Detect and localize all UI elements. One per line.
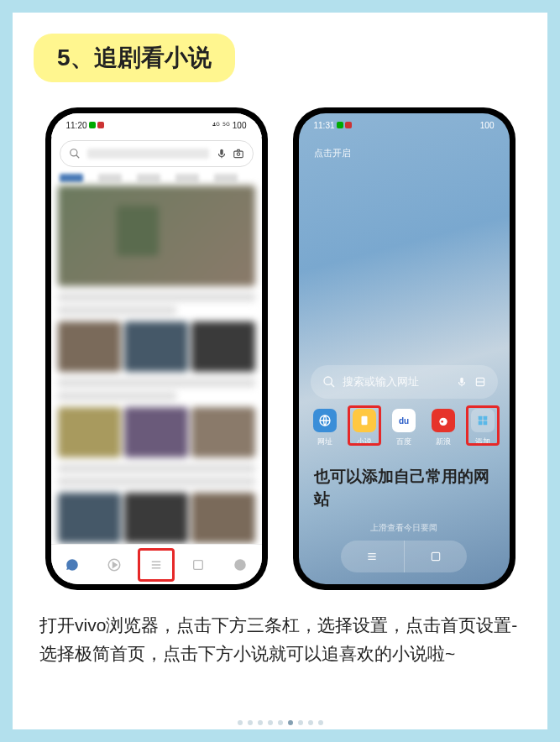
svg-point-11 bbox=[235, 559, 247, 571]
baidu-icon: du bbox=[392, 409, 416, 432]
hint-text[interactable]: 点击开启 bbox=[299, 137, 510, 170]
tab-item[interactable] bbox=[137, 174, 160, 182]
svg-rect-24 bbox=[484, 421, 488, 426]
mic-icon[interactable] bbox=[216, 148, 228, 159]
icon-label: 网址 bbox=[317, 436, 332, 447]
svg-line-13 bbox=[331, 384, 334, 387]
quick-link-add[interactable]: 添加 bbox=[464, 409, 501, 447]
quick-link-baidu[interactable]: du 百度 bbox=[385, 409, 422, 447]
svg-rect-14 bbox=[460, 378, 463, 384]
category-tabs[interactable] bbox=[51, 170, 262, 186]
page-indicator bbox=[238, 720, 323, 725]
quick-link-novel[interactable]: 小说 bbox=[346, 409, 383, 447]
quick-link-sina[interactable]: 新浪 bbox=[425, 409, 462, 447]
search-bar[interactable]: 搜索或输入网址 bbox=[311, 365, 498, 399]
nav-profile-icon[interactable] bbox=[228, 553, 252, 577]
pill-menu-icon[interactable] bbox=[341, 541, 405, 572]
svg-rect-10 bbox=[194, 560, 203, 569]
status-time: 11:31 bbox=[314, 121, 335, 130]
status-bar: 11:31 100 bbox=[299, 113, 510, 137]
svg-rect-18 bbox=[362, 416, 368, 426]
search-input[interactable] bbox=[87, 149, 209, 159]
icon-label: 小说 bbox=[357, 436, 372, 447]
status-battery: 100 bbox=[480, 121, 495, 130]
news-feed[interactable] bbox=[51, 186, 262, 550]
svg-point-0 bbox=[70, 149, 76, 156]
pill-tabs-icon[interactable] bbox=[405, 541, 468, 572]
status-bar: 11:20 ⁴ᴳ ⁵ᴳ 100 bbox=[51, 113, 262, 137]
svg-rect-21 bbox=[479, 416, 483, 421]
phone-right-screen: 11:31 100 点击开启 搜索或输入网址 bbox=[299, 113, 510, 584]
status-indicator-icon bbox=[345, 122, 352, 128]
search-bar[interactable] bbox=[60, 140, 254, 167]
camera-icon[interactable] bbox=[233, 148, 244, 159]
section-title: 5、追剧看小说 bbox=[34, 34, 235, 82]
tab-item[interactable] bbox=[60, 174, 83, 182]
url-icon bbox=[313, 409, 337, 432]
phone-left: 11:20 ⁴ᴳ ⁵ᴳ 100 bbox=[45, 107, 268, 590]
nav-tabs-icon[interactable] bbox=[186, 553, 210, 577]
bottom-nav bbox=[51, 544, 262, 584]
bottom-pill bbox=[341, 541, 467, 572]
mic-icon[interactable] bbox=[456, 376, 468, 388]
svg-rect-23 bbox=[479, 421, 483, 426]
sina-icon bbox=[432, 409, 455, 432]
svg-point-20 bbox=[441, 421, 443, 423]
svg-marker-6 bbox=[113, 562, 117, 567]
svg-point-4 bbox=[237, 153, 240, 156]
status-indicator-icon bbox=[89, 122, 96, 128]
svg-line-1 bbox=[76, 155, 79, 159]
quick-links-row: 网址 小说 du 百度 bbox=[299, 409, 510, 447]
search-placeholder: 搜索或输入网址 bbox=[343, 374, 449, 389]
svg-point-12 bbox=[324, 377, 332, 384]
search-icon bbox=[69, 148, 81, 159]
svg-rect-28 bbox=[432, 552, 439, 560]
phone-left-screen: 11:20 ⁴ᴳ ⁵ᴳ 100 bbox=[51, 113, 262, 584]
status-indicator-icon bbox=[337, 122, 343, 128]
nav-video-icon[interactable] bbox=[102, 553, 126, 577]
svg-rect-2 bbox=[220, 149, 223, 155]
phones-container: 11:20 ⁴ᴳ ⁵ᴳ 100 bbox=[29, 107, 531, 590]
icon-label: 添加 bbox=[475, 436, 490, 447]
svg-rect-22 bbox=[484, 416, 488, 421]
tab-item[interactable] bbox=[214, 174, 238, 182]
swipe-hint: 上滑查看今日要闻 bbox=[299, 522, 510, 534]
phone-right: 11:31 100 点击开启 搜索或输入网址 bbox=[293, 107, 516, 590]
novel-icon bbox=[353, 409, 376, 432]
quick-link-url[interactable]: 网址 bbox=[306, 409, 343, 447]
icon-label: 百度 bbox=[396, 436, 411, 447]
status-time: 11:20 bbox=[66, 121, 87, 130]
icon-label: 新浪 bbox=[436, 436, 451, 447]
annotation-text: 也可以添加自己常用的网站 bbox=[314, 466, 495, 510]
nav-home-icon[interactable] bbox=[60, 553, 84, 577]
svg-rect-3 bbox=[233, 151, 243, 158]
search-icon bbox=[322, 375, 336, 389]
scan-icon[interactable] bbox=[474, 376, 486, 388]
status-indicator-icon bbox=[97, 122, 104, 128]
tab-item[interactable] bbox=[98, 174, 122, 182]
nav-menu-icon[interactable] bbox=[144, 553, 168, 577]
tab-item[interactable] bbox=[175, 174, 199, 182]
add-icon bbox=[471, 409, 495, 432]
instruction-text: 打开vivo浏览器，点击下方三条杠，选择设置，点击首页设置-选择极简首页，点击下… bbox=[29, 611, 531, 667]
status-signal: ⁴ᴳ ⁵ᴳ 100 bbox=[212, 121, 246, 130]
